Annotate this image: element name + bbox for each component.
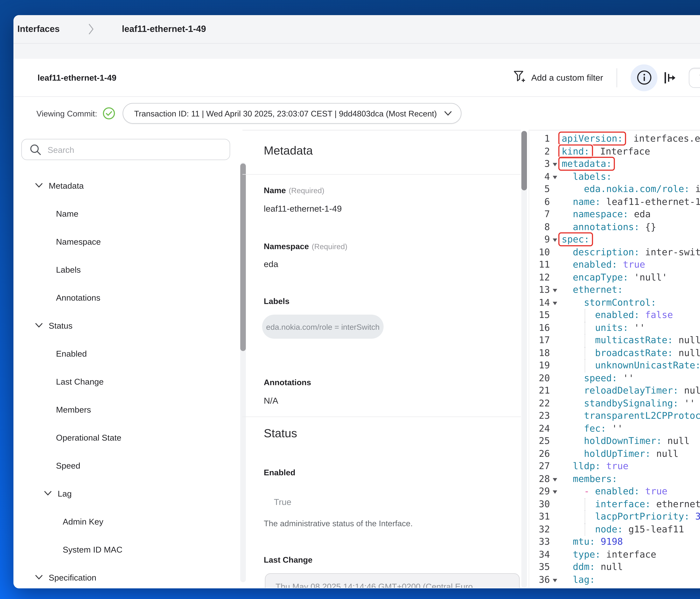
yaml-line-5: 5 eda.nokia.com/role: interSwitch	[529, 183, 700, 196]
yaml-line-code: lag:	[562, 574, 595, 586]
yaml-key: ethernet:	[573, 284, 623, 295]
line-number: 13	[529, 284, 550, 296]
yaml-line-27: 27 lldp: true	[529, 460, 700, 473]
yaml-key: lag:	[573, 574, 595, 585]
yaml-key: enabled:	[595, 486, 640, 497]
collapse-caret-icon[interactable]	[553, 176, 557, 179]
yaml-line-12: 12 encapType: 'null'	[529, 271, 700, 284]
yaml-key: units:	[595, 322, 628, 333]
line-number: 19	[529, 359, 550, 372]
last-change-field-label: Last Change	[264, 555, 312, 564]
tree-item-last-change[interactable]: Last Change	[14, 367, 240, 395]
collapse-caret-icon[interactable]	[553, 302, 557, 305]
tree-item-annotations[interactable]: Annotations	[14, 283, 240, 311]
yaml-line-code: interface: ethernet-1-49	[562, 498, 700, 511]
yaml-line-code: ethernet:	[562, 284, 623, 296]
collapse-caret-icon[interactable]	[553, 490, 557, 494]
info-button[interactable]	[630, 64, 657, 91]
line-number: 23	[529, 410, 550, 422]
tree-item-enabled[interactable]: Enabled	[14, 339, 240, 367]
yaml-line-19: 19 unknownUnicastRate: null	[529, 359, 700, 372]
tree-item-specification[interactable]: Specification	[14, 563, 240, 588]
yaml-line-15: 15 enabled: false	[529, 309, 700, 321]
last-change-value: Thu May 08 2025 14:14:46 GMT+0200 (Centr…	[276, 582, 473, 588]
search-input[interactable]	[48, 145, 224, 154]
metadata-scrollbar-track[interactable]	[521, 130, 527, 588]
tree-item-labels[interactable]: Labels	[14, 255, 240, 283]
line-number: 27	[529, 460, 550, 473]
yaml-key: spec:	[562, 234, 590, 245]
tree-item-admin-key[interactable]: Admin Key	[14, 507, 240, 535]
tree-item-name[interactable]: Name	[14, 199, 240, 227]
page-header: leaf11-ethernet-1-49 Add a custom filter	[14, 59, 700, 97]
top-spacer	[14, 44, 700, 59]
enabled-field-description: The administrative status of the Interfa…	[264, 519, 413, 528]
yaml-key: fec:	[584, 423, 606, 434]
tree-item-members[interactable]: Members	[14, 395, 240, 423]
tree-item-operational-state[interactable]: Operational State	[14, 423, 240, 451]
collapse-caret-icon[interactable]	[553, 238, 557, 242]
add-custom-filter-label: Add a custom filter	[531, 73, 603, 83]
tree-item-namespace[interactable]: Namespace	[14, 227, 240, 255]
tree-item-label: Lag	[58, 489, 72, 498]
line-number: 8	[529, 221, 550, 233]
transaction-chevron-down-icon	[444, 111, 452, 116]
breadcrumb-interfaces[interactable]: Interfaces	[17, 24, 60, 34]
yaml-line-code: transparentL2CPProtocols: []	[562, 410, 700, 422]
yaml-line-22: 22 standbySignaling: ''	[529, 397, 700, 410]
view-mode-select[interactable]: YAML	[689, 68, 700, 87]
breadcrumb-current: leaf11-ethernet-1-49	[122, 24, 206, 34]
line-number: 36	[529, 574, 550, 586]
collapse-panel-button[interactable]	[663, 70, 678, 85]
yaml-value: ''	[617, 372, 634, 383]
label-chip[interactable]: eda.nokia.com/role = interSwitch	[262, 315, 383, 339]
yaml-line-1: 1apiVersion: interfaces.eda.nokia.com/v1…	[529, 133, 700, 145]
sidebar-search	[21, 139, 230, 160]
yaml-line-36: 36 lag:	[529, 574, 700, 586]
yaml-key: lldp:	[573, 461, 601, 471]
annotations-field-value: N/A	[264, 396, 278, 406]
search-icon	[30, 144, 42, 155]
yaml-value: -	[584, 486, 595, 497]
tree-item-label: Annotations	[56, 292, 100, 302]
yaml-key: members:	[573, 473, 618, 484]
yaml-key: enabled:	[595, 310, 640, 320]
yaml-line-25: 25 holdDownTimer: null	[529, 435, 700, 448]
yaml-key: encapType:	[573, 272, 628, 282]
collapse-caret-icon[interactable]	[553, 163, 557, 166]
line-number: 15	[529, 309, 550, 321]
yaml-key: broadcastRate:	[595, 347, 673, 358]
yaml-key: type:	[573, 549, 601, 559]
yaml-value: g15-leaf11	[623, 524, 684, 535]
metadata-scrollbar-thumb[interactable]	[521, 131, 527, 190]
collapse-caret-icon[interactable]	[553, 578, 557, 582]
tree-item-system-id-mac[interactable]: System ID MAC	[14, 535, 240, 563]
transaction-selector[interactable]: Transaction ID: 11 | Wed April 30 2025, …	[122, 103, 461, 124]
tree-item-speed[interactable]: Speed	[14, 451, 240, 479]
yaml-line-10: 10 description: inter-switch link to spi…	[529, 246, 700, 259]
collapse-caret-icon[interactable]	[553, 478, 557, 481]
yaml-line-code: lldp: true	[562, 460, 628, 473]
yaml-line-4: 4 labels:	[529, 171, 700, 183]
line-number: 9	[529, 233, 550, 246]
line-number: 7	[529, 208, 550, 221]
yaml-key: mtu:	[573, 536, 595, 547]
tree-item-status[interactable]: Status	[14, 311, 240, 339]
tree-item-lag[interactable]: Lag	[14, 479, 240, 507]
collapse-caret-icon[interactable]	[553, 289, 557, 292]
yaml-line-code: node: g15-leaf11	[562, 523, 684, 536]
last-change-value-box[interactable]: Thu May 08 2025 14:14:46 GMT+0200 (Centr…	[265, 573, 520, 588]
name-field-label: Name(Required)	[264, 185, 324, 196]
add-custom-filter-button[interactable]: Add a custom filter	[514, 71, 603, 84]
yaml-key: labels:	[573, 171, 612, 182]
yaml-line-code: holdUpTimer: null	[562, 448, 679, 460]
yaml-line-code: kind: Interface	[562, 145, 650, 158]
main-content: MetadataNameNamespaceLabelsAnnotationsSt…	[14, 130, 700, 588]
yaml-value: interSwitch	[690, 184, 700, 194]
tree-item-metadata[interactable]: Metadata	[14, 171, 240, 199]
line-number: 30	[529, 498, 550, 511]
yaml-value: leaf11-ethernet-1-49	[601, 196, 700, 207]
yaml-value: interfaces.eda.nokia.com/v1alpha1	[628, 133, 700, 144]
line-number: 33	[529, 536, 550, 548]
yaml-line-13: 13 ethernet:	[529, 284, 700, 296]
